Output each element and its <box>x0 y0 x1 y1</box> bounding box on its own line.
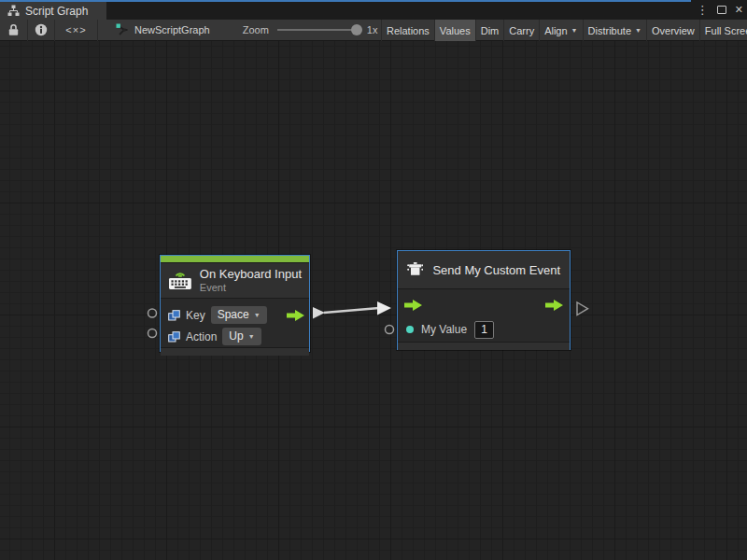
relations-button[interactable]: Relations <box>381 20 434 41</box>
chevron-down-icon: ▼ <box>635 27 641 34</box>
flow-input-arrow-icon[interactable] <box>404 300 422 311</box>
zoom-control: Zoom 1x <box>243 24 378 35</box>
port-label-action: Action <box>186 330 217 343</box>
value-type-icon <box>168 331 180 343</box>
key-input-port[interactable] <box>148 309 157 317</box>
my-value-input-port[interactable] <box>386 326 394 334</box>
zoom-slider-handle[interactable] <box>351 24 362 35</box>
button-label: Carry <box>509 25 534 36</box>
tab-script-graph[interactable]: Script Graph <box>0 2 106 20</box>
node-footer <box>398 342 570 350</box>
connection-layer <box>0 41 747 560</box>
view-mode-buttons: Relations Values Dim Carry Align ▼ Distr… <box>381 20 747 41</box>
toolbar-separator <box>97 20 98 41</box>
node-ports: Key Space ▼ Action U <box>161 299 309 347</box>
code-preview-button[interactable]: <×> <box>55 20 97 41</box>
flow-connection-wire[interactable] <box>324 308 379 313</box>
info-button[interactable] <box>28 20 54 41</box>
script-graph-asset-icon <box>116 23 129 36</box>
flow-output-arrow-icon[interactable] <box>545 300 563 311</box>
value-type-icon <box>168 310 180 321</box>
window-controls: ⋮ ✕ <box>697 0 743 20</box>
zoom-label: Zoom <box>243 24 269 35</box>
event-accent-bar <box>161 256 309 263</box>
node-send-my-custom-event[interactable]: Send My Custom Event My Value 1 <box>397 250 571 350</box>
key-dropdown[interactable]: Space ▼ <box>211 306 267 324</box>
key-dropdown-value: Space <box>218 308 249 321</box>
port-row-action: Action Up ▼ <box>161 326 309 347</box>
custom-event-icon <box>407 259 423 280</box>
node-header[interactable]: Send My Custom Event <box>398 251 570 289</box>
button-label: Full Screen <box>705 25 747 36</box>
port-label-my-value: My Value <box>421 323 467 336</box>
maximize-icon[interactable] <box>717 6 726 14</box>
graph-canvas[interactable]: On Keyboard Input Event Key Space ▼ <box>0 41 747 560</box>
port-row-key: Key Space ▼ <box>161 304 309 326</box>
node-subtitle: Event <box>200 282 302 293</box>
distribute-dropdown-button[interactable]: Distribute ▼ <box>583 20 646 41</box>
keyboard-icon <box>168 271 192 290</box>
flow-port-row <box>398 293 570 317</box>
script-graph-window: Script Graph ⋮ ✕ <×> <box>0 0 747 560</box>
port-row-my-value: My Value 1 <box>398 317 570 342</box>
chevron-down-icon: ▼ <box>248 333 255 340</box>
node-header[interactable]: On Keyboard Input Event <box>161 263 309 299</box>
zoom-slider[interactable] <box>277 29 356 31</box>
dim-button[interactable]: Dim <box>475 20 504 41</box>
button-label: Align <box>544 25 567 36</box>
carry-button[interactable]: Carry <box>503 20 539 41</box>
value-port-icon <box>406 326 414 333</box>
lock-button[interactable] <box>0 20 27 41</box>
hierarchy-graph-icon <box>7 5 20 17</box>
graph-asset[interactable]: NewScriptGraph <box>116 23 210 36</box>
graph-asset-name: NewScriptGraph <box>134 24 210 35</box>
lock-icon <box>8 23 19 36</box>
action-dropdown-value: Up <box>229 329 243 343</box>
overview-button[interactable]: Overview <box>646 20 699 41</box>
button-label: Overview <box>652 25 695 36</box>
connection-end-arrow <box>377 301 391 315</box>
flow-output-port[interactable] <box>577 302 588 315</box>
info-icon <box>35 23 48 36</box>
menu-icon[interactable]: ⋮ <box>697 4 709 16</box>
flow-output-arrow-icon[interactable] <box>287 310 304 321</box>
align-dropdown-button[interactable]: Align ▼ <box>539 20 582 41</box>
button-label: Dim <box>481 25 500 36</box>
my-value-input[interactable]: 1 <box>474 321 494 339</box>
node-title: Send My Custom Event <box>432 263 560 277</box>
tab-bar: Script Graph ⋮ ✕ <box>0 0 747 20</box>
chevron-down-icon: ▼ <box>571 27 578 34</box>
button-label: Values <box>440 25 471 36</box>
fullscreen-button[interactable]: Full Screen <box>699 20 747 41</box>
button-label: Distribute <box>588 25 631 36</box>
action-dropdown[interactable]: Up ▼ <box>222 328 261 345</box>
toolbar: <×> NewScriptGraph Zoom 1x Relations Val… <box>0 20 747 41</box>
node-on-keyboard-input[interactable]: On Keyboard Input Event Key Space ▼ <box>160 255 310 352</box>
node-title: On Keyboard Input <box>200 267 302 281</box>
action-input-port[interactable] <box>148 329 157 338</box>
tab-title: Script Graph <box>25 5 88 18</box>
close-icon[interactable]: ✕ <box>735 5 743 15</box>
zoom-value: 1x <box>367 24 378 35</box>
values-button[interactable]: Values <box>434 20 475 41</box>
connection-start-arrow <box>313 307 325 319</box>
port-label-key: Key <box>186 309 205 322</box>
chevron-down-icon: ▼ <box>254 312 261 318</box>
button-label: Relations <box>387 25 430 36</box>
node-ports: My Value 1 <box>398 289 570 342</box>
node-footer <box>161 347 309 356</box>
